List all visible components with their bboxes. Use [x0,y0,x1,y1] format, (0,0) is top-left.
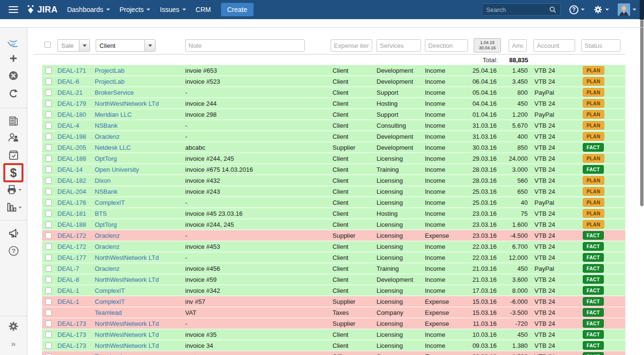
deal-key-link[interactable]: DEAL-204 [57,188,86,195]
deal-key-link[interactable]: DEAL-172 [57,243,86,250]
create-button[interactable]: Create [221,3,254,16]
services-filter-input[interactable] [377,39,421,52]
company-link[interactable]: NorthWestNetwork LTd [95,100,159,107]
redo-icon[interactable] [0,88,27,100]
company-link[interactable]: Teamlead [95,309,122,316]
sale-filter[interactable]: Sale [57,39,90,52]
date-range-button[interactable]: 1.04.15 30.04.16 [474,38,501,53]
account-filter-input[interactable] [533,39,575,52]
company-link[interactable]: NorthWestNetwork LTd [95,276,159,283]
nav-issues[interactable]: Issues [160,6,186,13]
nav-dashboards[interactable]: Dashboards [67,6,110,13]
row-checkbox[interactable] [45,222,52,228]
crm-logo-icon[interactable] [0,36,27,50]
deal-key-link[interactable]: DEAL-14 [57,166,83,173]
deal-key-link[interactable]: DEAL-171 [57,67,86,74]
deal-key-link[interactable]: DEAL-180 [57,111,86,118]
deal-key-link[interactable]: DEAL-173 [57,331,86,338]
company-link[interactable]: NorthWestNetwork LTd [95,331,159,338]
company-link[interactable]: NSBank [95,188,118,195]
company-link[interactable]: NorthWestNetwork LTd [95,254,159,261]
row-checkbox[interactable] [45,100,52,107]
row-checkbox[interactable] [45,343,52,349]
row-checkbox[interactable] [45,200,52,206]
direction-filter-input[interactable] [425,39,468,52]
companies-icon[interactable] [0,115,27,127]
deal-key-link[interactable]: DEAL-173 [57,342,86,349]
deal-key-link[interactable]: DEAL-188 [57,221,86,228]
deal-key-link[interactable]: DEAL-6 [57,78,79,85]
contacts-icon[interactable] [0,131,27,144]
company-link[interactable]: Open University [95,166,139,173]
company-link[interactable]: ProjectLab [95,67,124,74]
help-menu[interactable]: ? [569,5,585,14]
deal-key-link[interactable]: DEAL-1 [57,287,79,294]
deal-key-link[interactable]: DEAL-8 [57,276,79,283]
company-link[interactable]: NorthWestNetwork LTd [95,342,159,349]
deal-key-link[interactable]: DEAL-21 [57,89,83,96]
close-circle-icon[interactable] [0,70,27,81]
transactions-icon[interactable]: $ [0,167,27,179]
settings-icon[interactable] [0,321,27,332]
deal-key-link[interactable]: DEAL-205 [57,144,86,151]
company-link[interactable]: Oraclenz [95,232,120,239]
deal-key-link[interactable]: DEAL-177 [57,254,86,261]
row-checkbox[interactable] [45,310,52,316]
company-link[interactable]: NSBank [95,122,118,129]
company-link[interactable]: Oraclenz [95,133,120,140]
row-checkbox[interactable] [45,122,52,129]
note-filter-input[interactable] [185,39,305,52]
row-checkbox[interactable] [45,166,52,173]
deal-key-link[interactable]: DEAL-198 [57,133,86,140]
deal-key-link[interactable]: DEAL-181 [57,210,86,217]
reports-icon[interactable] [0,201,27,213]
deal-key-link[interactable]: DEAL-188 [57,155,86,162]
row-checkbox[interactable] [45,266,52,272]
row-checkbox[interactable] [45,288,52,294]
company-link[interactable]: Teamlead [95,353,122,355]
company-link[interactable]: BrokerService [95,89,134,96]
company-link[interactable]: Oraclenz [95,243,120,250]
company-link[interactable]: ComplexIT [95,287,125,294]
company-link[interactable]: NorthWestNetwork LTd [95,320,159,327]
row-checkbox[interactable] [45,244,52,250]
deal-key-link[interactable]: DEAL-172 [57,232,86,239]
amount-filter-input[interactable] [509,39,527,52]
jira-logo[interactable]: JIRA [25,4,57,15]
user-menu[interactable] [618,3,636,16]
megaphone-icon[interactable] [0,227,27,239]
client-filter[interactable]: Client [96,39,155,52]
company-link[interactable]: ProjectLab [95,78,124,85]
row-checkbox[interactable] [45,78,52,85]
company-link[interactable]: Meridian LLC [95,111,132,118]
company-link[interactable]: BTS [95,210,107,217]
row-checkbox[interactable] [45,189,52,195]
admin-menu[interactable] [593,5,609,14]
status-filter-input[interactable] [581,39,621,52]
deal-key-link[interactable]: DEAL-7 [57,265,79,272]
deal-key-link[interactable]: DEAL-173 [57,320,86,327]
company-link[interactable]: Netdesk LLC [95,144,131,151]
search-input[interactable]: Search [482,3,561,16]
row-checkbox[interactable] [45,332,52,338]
collapse-sidebar-icon[interactable]: » [0,339,27,349]
print-icon[interactable] [0,184,27,196]
deal-key-link[interactable]: DEAL-176 [57,199,86,206]
row-checkbox[interactable] [45,354,52,355]
add-icon[interactable] [0,53,27,64]
client-filter-dropdown-button[interactable] [144,39,155,52]
company-link[interactable]: ComplexIT [95,298,125,305]
row-checkbox[interactable] [45,133,52,140]
expense-items-filter-input[interactable] [331,39,372,52]
row-checkbox[interactable] [45,233,52,239]
deal-key-link[interactable]: DEAL-182 [57,177,86,184]
vertical-scrollbar[interactable] [640,20,644,206]
company-link[interactable]: OptTorg [95,221,117,228]
sale-filter-dropdown-button[interactable] [79,39,90,52]
deal-key-link[interactable]: DEAL-4 [57,122,79,129]
deal-key-link[interactable]: DEAL-1 [57,298,79,305]
hamburger-menu-icon[interactable] [9,4,18,15]
row-checkbox[interactable] [45,144,52,151]
row-checkbox[interactable] [45,321,52,327]
row-checkbox[interactable] [45,211,52,217]
